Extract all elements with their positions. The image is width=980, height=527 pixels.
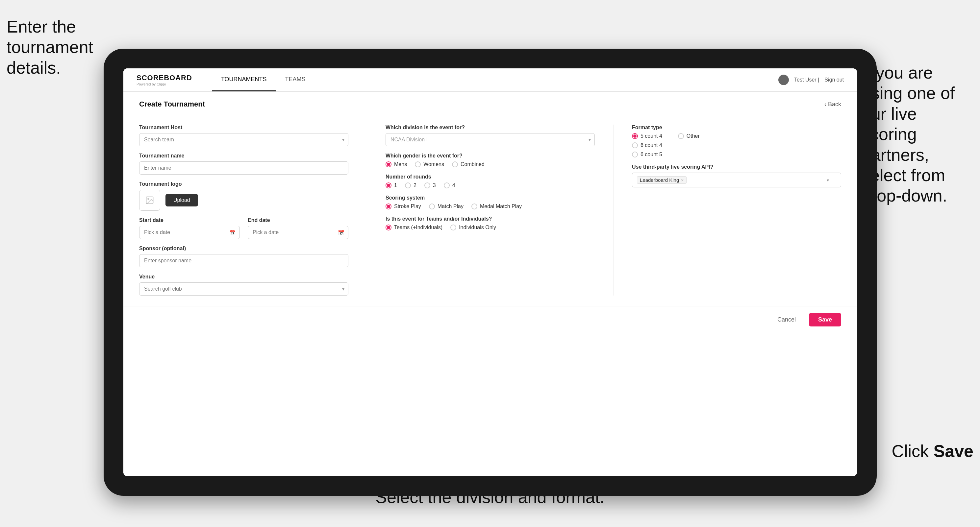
event-type-teams-radio[interactable] — [385, 225, 391, 230]
rounds-3-label: 3 — [433, 183, 436, 188]
user-label: Test User | — [794, 77, 819, 83]
scoring-medal-match[interactable]: Medal Match Play — [471, 203, 522, 210]
user-icon — [778, 75, 789, 85]
form-body: Tournament Host ▾ Tournament name Tourna… — [123, 114, 857, 306]
gender-womens[interactable]: Womens — [415, 162, 444, 167]
back-link[interactable]: ‹ Back — [824, 101, 841, 108]
live-scoring-tag-text: Leaderboard King — [640, 177, 679, 183]
format-6count5[interactable]: 6 count 5 — [632, 152, 662, 157]
rounds-1[interactable]: 1 — [385, 183, 397, 188]
tournament-name-label: Tournament name — [139, 153, 348, 159]
live-scoring-group: Use third-party live scoring API? Leader… — [632, 164, 841, 187]
tournament-host-input-wrap: ▾ — [139, 133, 348, 146]
sponsor-input[interactable] — [139, 254, 348, 267]
tournament-logo-group: Tournament logo Upload — [139, 181, 348, 211]
live-scoring-chevron-icon: ▾ — [827, 178, 829, 183]
scoring-radio-group: Stroke Play Match Play Medal Match Play — [385, 203, 595, 210]
format-6count5-radio[interactable] — [632, 152, 638, 157]
date-row: Start date 📅 End date 📅 — [139, 217, 348, 239]
scoring-medal-match-radio[interactable] — [471, 203, 477, 210]
tablet-device: SCOREBOARD Powered by Clippi TOURNAMENTS… — [103, 49, 877, 496]
venue-group: Venue ▾ — [139, 274, 348, 295]
annotation-bottom-right: Click Save — [891, 441, 974, 461]
gender-mens-radio[interactable] — [385, 162, 391, 167]
form-col-3: Format type 5 count 4 6 count 4 — [632, 125, 841, 295]
event-type-radio-group: Teams (+Individuals) Individuals Only — [385, 225, 595, 230]
event-type-teams[interactable]: Teams (+Individuals) — [385, 225, 442, 230]
logo-upload-area: Upload — [139, 190, 348, 211]
format-5count4[interactable]: 5 count 4 — [632, 133, 662, 139]
rounds-1-radio[interactable] — [385, 183, 391, 188]
gender-mens[interactable]: Mens — [385, 162, 407, 167]
event-type-individuals-label: Individuals Only — [459, 225, 496, 230]
format-5count4-radio[interactable] — [632, 133, 638, 139]
gender-womens-radio[interactable] — [415, 162, 421, 167]
format-other-label: Other — [687, 133, 700, 139]
annotation-top-right: If you are using one of our live scoring… — [862, 62, 974, 206]
format-type-list-right: Other — [678, 133, 700, 157]
scoring-match-radio[interactable] — [429, 203, 435, 210]
event-type-individuals-radio[interactable] — [450, 225, 456, 230]
svg-point-6 — [148, 198, 149, 200]
tournament-name-input[interactable] — [139, 162, 348, 175]
division-group: Which division is the event for? ▾ — [385, 125, 595, 146]
format-type-options: 5 count 4 6 count 4 6 count 5 — [632, 133, 841, 157]
rounds-3-radio[interactable] — [424, 183, 430, 188]
sponsor-group: Sponsor (optional) — [139, 246, 348, 267]
tab-teams[interactable]: TEAMS — [276, 68, 315, 91]
rounds-4-label: 4 — [452, 183, 455, 188]
format-other-radio[interactable] — [678, 133, 684, 139]
end-date-calendar-icon: 📅 — [338, 230, 344, 236]
start-date-label: Start date — [139, 217, 240, 223]
rounds-4-radio[interactable] — [444, 183, 450, 188]
end-date-group: End date 📅 — [248, 217, 348, 239]
event-type-label: Is this event for Teams and/or Individua… — [385, 216, 595, 222]
annotation-top-left: Enter the tournament details. — [6, 16, 99, 78]
format-6count4[interactable]: 6 count 4 — [632, 142, 662, 148]
host-chevron-icon: ▾ — [342, 137, 344, 142]
rounds-2-radio[interactable] — [405, 183, 411, 188]
venue-input-wrap: ▾ — [139, 283, 348, 295]
brand-title: SCOREBOARD — [137, 74, 192, 82]
end-date-label: End date — [248, 217, 348, 223]
scoring-match-label: Match Play — [438, 203, 463, 210]
event-type-individuals[interactable]: Individuals Only — [450, 225, 496, 230]
start-date-wrap: 📅 — [139, 226, 240, 239]
gender-mens-label: Mens — [394, 162, 407, 167]
tab-tournaments[interactable]: TOURNAMENTS — [212, 68, 276, 91]
brand-sub: Powered by Clippi — [137, 82, 192, 86]
col-divider-1 — [367, 125, 367, 295]
venue-input[interactable] — [139, 283, 348, 295]
venue-chevron-icon: ▾ — [342, 286, 344, 292]
rounds-1-label: 1 — [394, 183, 397, 188]
format-6count4-radio[interactable] — [632, 142, 638, 148]
live-scoring-input-wrap[interactable]: Leaderboard King × ▾ — [632, 173, 841, 187]
scoring-match[interactable]: Match Play — [429, 203, 463, 210]
scoring-stroke-radio[interactable] — [385, 203, 391, 210]
start-date-input[interactable] — [139, 226, 240, 239]
logo-placeholder — [139, 190, 160, 211]
rounds-group: Number of rounds 1 2 — [385, 174, 595, 188]
rounds-2[interactable]: 2 — [405, 183, 417, 188]
signout-link[interactable]: Sign out — [824, 77, 844, 83]
live-scoring-label: Use third-party live scoring API? — [632, 164, 841, 170]
division-select[interactable] — [385, 133, 595, 146]
save-button[interactable]: Save — [809, 313, 841, 327]
rounds-3[interactable]: 3 — [424, 183, 436, 188]
format-other[interactable]: Other — [678, 133, 700, 139]
scoring-stroke-label: Stroke Play — [394, 203, 421, 210]
rounds-4[interactable]: 4 — [444, 183, 455, 188]
gender-combined[interactable]: Combined — [452, 162, 485, 167]
format-type-label: Format type — [632, 125, 841, 130]
live-scoring-tag-remove[interactable]: × — [681, 178, 684, 183]
rounds-label: Number of rounds — [385, 174, 595, 180]
gender-group: Which gender is the event for? Mens Wome… — [385, 153, 595, 167]
start-date-calendar-icon: 📅 — [229, 230, 236, 236]
scoring-stroke[interactable]: Stroke Play — [385, 203, 421, 210]
end-date-input[interactable] — [248, 226, 348, 239]
upload-button[interactable]: Upload — [165, 194, 198, 206]
end-date-wrap: 📅 — [248, 226, 348, 239]
gender-combined-radio[interactable] — [452, 162, 458, 167]
tournament-host-input[interactable] — [139, 133, 348, 146]
cancel-button[interactable]: Cancel — [770, 313, 804, 327]
